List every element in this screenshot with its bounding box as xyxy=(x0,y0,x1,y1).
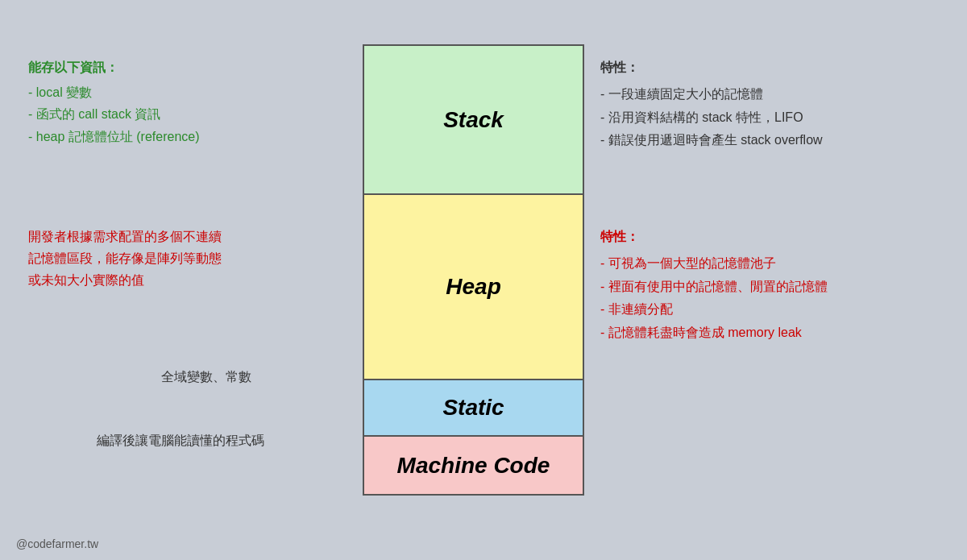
left-static-annotation: 全域變數、常數 xyxy=(161,369,251,386)
right-heap-line-4: - 記憶體耗盡時會造成 memory leak xyxy=(600,321,828,345)
right-heap-title: 特性： xyxy=(600,226,828,249)
static-block: Static xyxy=(363,379,584,435)
right-stack-line-3: - 錯誤使用遞迴時會產生 stack overflow xyxy=(600,129,823,152)
left-machine-annotation: 編譯後讓電腦能讀懂的程式碼 xyxy=(97,433,264,450)
left-heap-annotation: 開發者根據需求配置的多個不連續 記憶體區段，能存像是陣列等動態 或未知大小實際的… xyxy=(28,226,222,292)
left-heap-line-1: 開發者根據需求配置的多個不連續 xyxy=(28,226,222,247)
memory-diagram: Stack Heap Static Machine Code xyxy=(363,44,584,496)
right-stack-annotation: 特性： - 一段連續固定大小的記憶體 - 沿用資料結構的 stack 特性，LI… xyxy=(600,56,823,152)
heap-block: Heap xyxy=(363,193,584,379)
left-stack-line-3: - heap 記憶體位址 (reference) xyxy=(28,126,200,147)
right-heap-line-2: - 裡面有使用中的記憶體、閒置的記憶體 xyxy=(600,276,828,299)
stack-label: Stack xyxy=(443,107,504,133)
main-container: Stack Heap Static Machine Code 能存以下資訊： -… xyxy=(0,0,967,560)
heap-label: Heap xyxy=(446,274,500,300)
left-heap-line-2: 記憶體區段，能存像是陣列等動態 xyxy=(28,247,222,269)
right-stack-line-2: - 沿用資料結構的 stack 特性，LIFO xyxy=(600,106,823,130)
stack-block: Stack xyxy=(363,44,584,193)
right-stack-title: 特性： xyxy=(600,56,823,80)
machine-label: Machine Code xyxy=(397,453,550,479)
left-stack-line-1: - local 變數 xyxy=(28,81,200,103)
left-heap-line-3: 或未知大小實際的值 xyxy=(28,269,222,291)
left-machine-text: 編譯後讓電腦能讀懂的程式碼 xyxy=(97,433,264,447)
static-label: Static xyxy=(442,395,504,421)
watermark: @codefarmer.tw xyxy=(16,537,98,550)
left-stack-title: 能存以下資訊： xyxy=(28,56,200,78)
left-static-text: 全域變數、常數 xyxy=(161,370,251,384)
right-heap-line-1: - 可視為一個大型的記憶體池子 xyxy=(600,252,828,276)
machine-block: Machine Code xyxy=(363,435,584,496)
left-stack-line-2: - 函式的 call stack 資訊 xyxy=(28,103,200,125)
left-stack-annotation: 能存以下資訊： - local 變數 - 函式的 call stack 資訊 -… xyxy=(28,56,200,147)
watermark-text: @codefarmer.tw xyxy=(16,537,98,550)
right-heap-line-3: - 非連續分配 xyxy=(600,298,828,321)
right-stack-line-1: - 一段連續固定大小的記憶體 xyxy=(600,83,823,106)
right-heap-annotation: 特性： - 可視為一個大型的記憶體池子 - 裡面有使用中的記憶體、閒置的記憶體 … xyxy=(600,226,828,345)
